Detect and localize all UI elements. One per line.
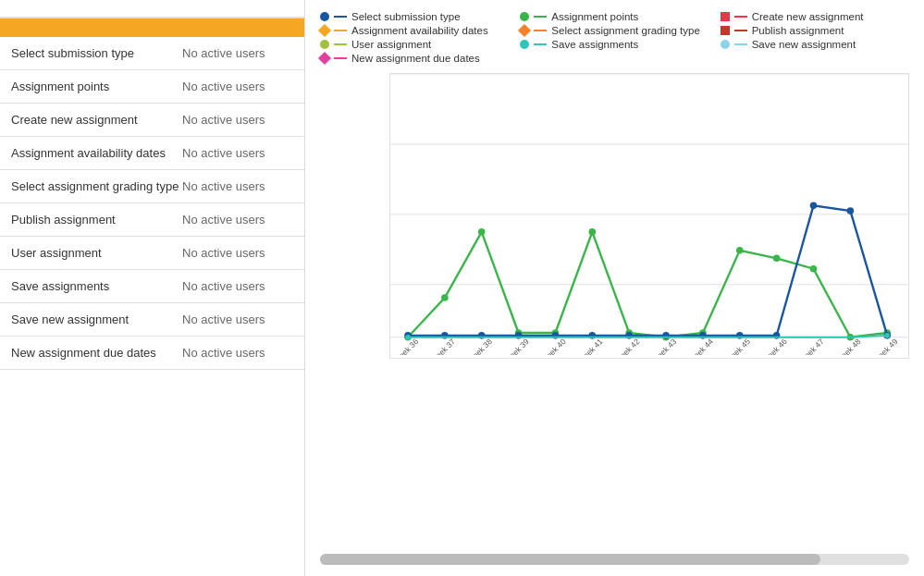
legend-item: Assignment availability dates [320,25,509,36]
tool-name: Assignment availability dates [11,146,182,160]
svg-point-29 [589,228,597,236]
svg-text:Week 37: Week 37 [428,337,457,355]
table-row: Save assignments No active users [0,270,304,303]
svg-text:Week 45: Week 45 [723,337,752,355]
svg-point-35 [810,265,818,273]
legend-item: Select assignment grading type [520,25,708,36]
legend-item: Save new assignment [721,39,909,50]
legend-line [734,16,747,18]
tool-name: Publish assignment [11,213,182,227]
y-axis-label-container [320,73,389,550]
legend-line [534,30,547,31]
legend-marker [520,40,529,49]
svg-point-49 [810,202,818,210]
svg-point-53 [405,335,411,340]
svg-text:Week 39: Week 39 [502,337,531,355]
legend-item: Create new assignment [721,11,909,22]
legend-marker [320,40,329,49]
table-row: Select submission type No active users [0,37,304,70]
legend-label: User assignment [351,39,431,50]
svg-text:Week 38: Week 38 [465,337,494,355]
legend-label: Select submission type [351,11,461,22]
legend-line [334,57,347,59]
scrollbar-thumb[interactable] [320,554,820,565]
highlighted-row[interactable] [0,18,304,37]
left-panel: Select submission type No active users A… [0,0,305,576]
legend-label: Save new assignment [752,39,856,50]
tool-name: Save new assignment [11,313,182,326]
legend-label: Create new assignment [752,11,864,22]
adoption-value: No active users [182,46,293,60]
chart-legend: Select submission typeAssignment pointsC… [320,11,909,64]
table-header [0,0,304,18]
legend-marker [320,12,329,21]
legend-item: Publish assignment [721,25,909,36]
adoption-value: No active users [182,80,293,93]
legend-label: New assignment due dates [351,53,480,64]
table-row: New assignment due dates No active users [0,337,304,370]
svg-text:Week 49: Week 49 [871,337,900,355]
legend-line [734,43,747,45]
tool-name: Select assignment grading type [11,179,182,193]
table-row: Create new assignment No active users [0,104,304,137]
legend-line [334,16,347,18]
legend-marker [721,40,730,49]
adoption-value: No active users [182,113,293,127]
table-row: Assignment availability dates No active … [0,137,304,170]
table-row: Save new assignment No active users [0,303,304,337]
chart-svg-container: 100% 75% 50% 25% 0% Week 36 Week 37 Week… [389,73,909,550]
right-panel: Select submission typeAssignment pointsC… [305,0,924,576]
svg-text:Week 46: Week 46 [760,337,789,355]
table-row: Assignment points No active users [0,70,304,104]
chart-area: 100% 75% 50% 25% 0% Week 36 Week 37 Week… [389,73,909,359]
tool-name: New assignment due dates [11,346,182,360]
adoption-value: No active users [182,179,293,193]
svg-text:Week 40: Week 40 [539,337,568,355]
adoption-value: No active users [182,346,293,360]
svg-text:Week 47: Week 47 [797,337,826,355]
tool-name: User assignment [11,246,182,260]
tool-name: Save assignments [11,279,182,293]
tool-name: Select submission type [11,46,182,60]
legend-label: Assignment points [551,11,638,22]
legend-item: Save assignments [520,39,708,50]
legend-item: New assignment due dates [320,53,509,64]
legend-marker [520,12,529,21]
legend-marker [721,26,730,35]
legend-item: Select submission type [320,11,509,22]
legend-label: Save assignments [551,39,638,50]
table-row: User assignment No active users [0,237,304,270]
adoption-value: No active users [182,313,293,326]
chart-wrapper: 100% 75% 50% 25% 0% Week 36 Week 37 Week… [320,73,909,550]
legend-marker [318,52,331,65]
chart-scrollbar[interactable] [320,554,909,565]
legend-label: Assignment availability dates [351,25,488,36]
svg-point-52 [884,333,890,338]
legend-line [334,30,347,31]
svg-text:Week 41: Week 41 [576,337,605,355]
adoption-value: No active users [182,279,293,293]
adoption-value: No active users [182,146,293,160]
legend-item: Assignment points [520,11,708,22]
legend-marker [518,24,531,37]
tool-name: Create new assignment [11,113,182,127]
table-row: Publish assignment No active users [0,203,304,237]
svg-text:Week 44: Week 44 [686,337,715,355]
legend-marker [721,12,730,21]
svg-point-50 [847,207,855,214]
svg-point-33 [736,247,744,254]
svg-point-25 [441,294,449,301]
legend-marker [318,24,331,37]
legend-label: Select assignment grading type [551,25,699,36]
legend-line [534,43,547,45]
tool-name: Assignment points [11,80,182,93]
svg-point-26 [478,228,486,236]
legend-line [734,30,747,31]
legend-item: User assignment [320,39,509,50]
chart-svg: 100% 75% 50% 25% 0% Week 36 Week 37 Week… [390,74,908,355]
adoption-value: No active users [182,246,293,260]
adoption-value: No active users [182,213,293,227]
legend-line [534,16,547,18]
legend-label: Publish assignment [752,25,844,36]
legend-line [334,43,347,45]
